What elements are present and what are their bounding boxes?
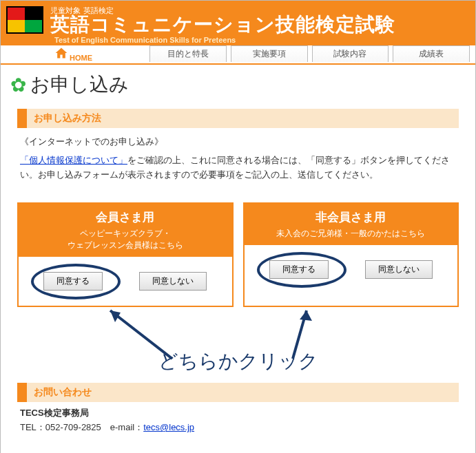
nav-tab-purpose[interactable]: 目的と特長 <box>149 45 227 62</box>
nonmember-box-sub: 未入会のご兄弟様・一般のかたはこちら <box>249 228 454 240</box>
nav-bar: HOME 目的と特長 実施要項 試験内容 成績表 <box>1 45 475 65</box>
member-box-sub: ペッピーキッズクラブ・ ウェブレッスン会員様はこちら <box>23 228 228 251</box>
nonmember-disagree-button[interactable]: 同意しない <box>365 260 433 279</box>
nav-home[interactable]: HOME <box>54 46 92 62</box>
member-disagree-button[interactable]: 同意しない <box>139 272 207 291</box>
nonmember-box: 非会員さま用 未入会のご兄弟様・一般のかたはこちら 同意する 同意しない <box>243 202 459 307</box>
member-agree-button[interactable]: 同意する <box>43 272 103 291</box>
header-english-sub: Test of English Communication Skills for… <box>54 36 470 44</box>
section-heading-contact: お問い合わせ <box>17 383 459 402</box>
section-heading-application: お申し込み方法 <box>17 109 459 128</box>
header-banner: 児童対象 英語検定 英語コミュニケーション技能検定試験 Test of Engl… <box>1 1 475 45</box>
page-title: お申し込み <box>30 72 129 98</box>
nav-tab-requirements[interactable]: 実施要項 <box>231 45 308 62</box>
member-box: 会員さま用 ペッピーキッズクラブ・ ウェブレッスン会員様はこちら 同意する 同意… <box>17 202 234 307</box>
site-title: 英語コミュニケーション技能検定試験 <box>50 15 395 34</box>
nav-tab-content[interactable]: 試験内容 <box>312 45 389 62</box>
clover-icon: ✿ <box>10 74 26 96</box>
nav-home-label: HOME <box>70 54 92 62</box>
nonmember-agree-button[interactable]: 同意する <box>269 260 329 279</box>
member-box-title: 会員さま用 <box>23 209 228 225</box>
contact-line: TEL：052-709-2825 e-mail： <box>20 422 143 432</box>
contact-email-link[interactable]: tecs@lecs.jp <box>143 422 194 432</box>
logo-icon <box>6 6 43 34</box>
home-icon <box>54 46 68 62</box>
contact-org: TECS検定事務局 <box>20 406 456 421</box>
nonmember-box-title: 非会員さま用 <box>249 209 454 225</box>
sub-heading: 《インターネットでのお申し込み》 <box>20 135 456 149</box>
plan-box-row: 会員さま用 ペッピーキッズクラブ・ ウェブレッスン会員様はこちら 同意する 同意… <box>17 202 459 307</box>
privacy-link[interactable]: 「個人情報保護について」 <box>20 155 127 165</box>
annotation-text: どちらかクリック <box>17 348 459 375</box>
nav-tab-results[interactable]: 成績表 <box>393 45 470 62</box>
